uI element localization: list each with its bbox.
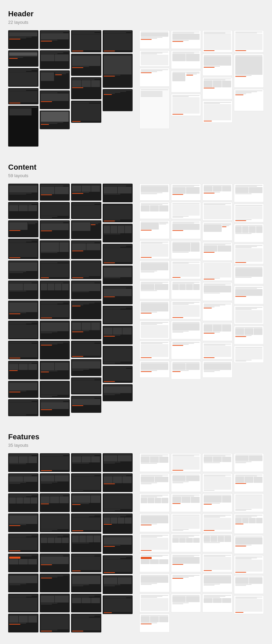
content-layout-12[interactable] bbox=[8, 399, 38, 416]
features-light-layout-13[interactable] bbox=[171, 513, 201, 532]
content-layout-19[interactable] bbox=[40, 301, 70, 319]
features-light-layout-1[interactable] bbox=[139, 453, 170, 472]
content-layout-4[interactable] bbox=[8, 239, 38, 259]
features-light-layout-8[interactable] bbox=[139, 594, 170, 612]
header-light-layout-7[interactable] bbox=[171, 70, 201, 92]
features-light-layout-12[interactable] bbox=[171, 493, 201, 512]
header-layout-11[interactable] bbox=[71, 30, 101, 52]
features-layout-6[interactable] bbox=[8, 554, 38, 572]
content-layout-33[interactable] bbox=[71, 341, 101, 358]
features-layout-16[interactable] bbox=[40, 574, 70, 592]
content-light-layout-22[interactable] bbox=[202, 202, 233, 221]
features-light-layout-30[interactable] bbox=[234, 535, 264, 554]
header-layout-14[interactable] bbox=[71, 101, 101, 123]
content-layout-6[interactable] bbox=[8, 281, 38, 299]
content-layout-34[interactable] bbox=[71, 359, 101, 376]
content-layout-40[interactable] bbox=[103, 244, 133, 264]
content-light-layout-6[interactable] bbox=[139, 281, 170, 299]
content-light-layout-21[interactable] bbox=[202, 184, 233, 201]
header-light-layout-11[interactable] bbox=[202, 77, 233, 99]
content-light-layout-35[interactable] bbox=[234, 266, 264, 284]
features-layout-3[interactable] bbox=[8, 493, 38, 512]
header-light-layout-10[interactable] bbox=[202, 54, 233, 76]
features-layout-14[interactable] bbox=[40, 533, 70, 552]
features-light-layout-26[interactable] bbox=[234, 453, 264, 472]
content-light-layout-33[interactable] bbox=[234, 224, 264, 242]
header-light-layout-9[interactable] bbox=[202, 30, 233, 52]
features-light-layout-5[interactable] bbox=[139, 533, 170, 552]
content-layout-36[interactable] bbox=[71, 396, 101, 413]
content-layout-32[interactable] bbox=[71, 321, 101, 339]
content-light-layout-26[interactable] bbox=[202, 282, 233, 301]
header-light-layout-13[interactable] bbox=[234, 30, 264, 52]
features-layout-24[interactable] bbox=[71, 554, 101, 572]
header-layout-16[interactable] bbox=[103, 54, 133, 88]
features-light-layout-33[interactable] bbox=[234, 595, 264, 614]
content-layout-26[interactable] bbox=[71, 202, 101, 219]
features-light-layout-15[interactable] bbox=[171, 554, 201, 572]
features-light-layout-25[interactable] bbox=[202, 594, 233, 612]
content-light-layout-7[interactable] bbox=[139, 301, 170, 319]
header-layout-4[interactable] bbox=[8, 88, 38, 104]
content-light-layout-36[interactable] bbox=[234, 286, 264, 304]
content-layout-15[interactable] bbox=[40, 220, 70, 239]
content-layout-11[interactable] bbox=[8, 381, 38, 398]
header-layout-17[interactable] bbox=[103, 89, 133, 111]
features-layout-35[interactable] bbox=[103, 595, 133, 614]
content-light-layout-3[interactable] bbox=[139, 220, 170, 239]
content-layout-5[interactable] bbox=[8, 260, 38, 279]
header-light-layout-6[interactable] bbox=[171, 50, 201, 69]
content-layout-37[interactable] bbox=[103, 184, 133, 202]
features-layout-7[interactable] bbox=[8, 574, 38, 592]
features-layout-25[interactable] bbox=[71, 574, 101, 592]
features-layout-18[interactable] bbox=[40, 614, 70, 632]
features-light-layout-2[interactable] bbox=[139, 473, 170, 492]
content-layout-28[interactable] bbox=[71, 240, 101, 259]
content-layout-41[interactable] bbox=[103, 266, 133, 284]
content-light-layout-32[interactable] bbox=[234, 204, 264, 222]
content-layout-1[interactable] bbox=[8, 184, 38, 201]
header-layout-2[interactable] bbox=[8, 50, 38, 67]
features-light-layout-28[interactable] bbox=[234, 493, 264, 512]
features-layout-2[interactable] bbox=[8, 473, 38, 492]
header-layout-3[interactable] bbox=[8, 68, 38, 87]
content-light-layout-31[interactable] bbox=[234, 184, 264, 202]
header-light-layout-4[interactable] bbox=[139, 88, 170, 129]
header-layout-12[interactable] bbox=[71, 54, 101, 76]
content-light-layout-4[interactable] bbox=[139, 240, 170, 259]
header-light-layout-3[interactable] bbox=[139, 68, 170, 87]
header-light-layout-2[interactable] bbox=[139, 50, 170, 67]
features-layout-22[interactable] bbox=[71, 513, 101, 532]
features-light-layout-18[interactable] bbox=[202, 453, 233, 472]
features-light-layout-7[interactable] bbox=[139, 574, 170, 592]
header-layout-10[interactable] bbox=[40, 111, 70, 129]
content-light-layout-20[interactable] bbox=[171, 361, 201, 379]
content-layout-43[interactable] bbox=[103, 306, 133, 324]
content-light-layout-13[interactable] bbox=[171, 220, 201, 239]
features-light-layout-31[interactable] bbox=[234, 555, 264, 574]
features-layout-29[interactable] bbox=[103, 473, 133, 492]
features-light-layout-22[interactable] bbox=[202, 533, 233, 552]
content-light-layout-25[interactable] bbox=[202, 262, 233, 281]
features-layout-17[interactable] bbox=[40, 594, 70, 612]
content-layout-3[interactable] bbox=[8, 220, 38, 237]
header-light-layout-14[interactable] bbox=[234, 54, 264, 88]
content-layout-9[interactable] bbox=[8, 341, 38, 359]
header-light-layout-8[interactable] bbox=[171, 94, 201, 116]
content-light-layout-8[interactable] bbox=[139, 321, 170, 339]
content-light-layout-18[interactable] bbox=[171, 321, 201, 339]
content-light-layout-29[interactable] bbox=[202, 342, 233, 359]
features-light-layout-9[interactable] bbox=[139, 614, 170, 632]
content-layout-16[interactable] bbox=[40, 240, 70, 259]
header-layout-1[interactable] bbox=[8, 30, 38, 49]
content-light-layout-37[interactable] bbox=[234, 306, 264, 324]
content-layout-35[interactable] bbox=[71, 377, 101, 394]
header-layout-6[interactable] bbox=[40, 30, 70, 49]
features-light-layout-32[interactable] bbox=[234, 575, 264, 594]
content-layout-24[interactable] bbox=[40, 399, 70, 416]
features-light-layout-17[interactable] bbox=[171, 594, 201, 612]
features-layout-30[interactable] bbox=[103, 493, 133, 512]
content-layout-17[interactable] bbox=[40, 260, 70, 279]
content-layout-18[interactable] bbox=[40, 281, 70, 299]
content-layout-45[interactable] bbox=[103, 346, 133, 365]
